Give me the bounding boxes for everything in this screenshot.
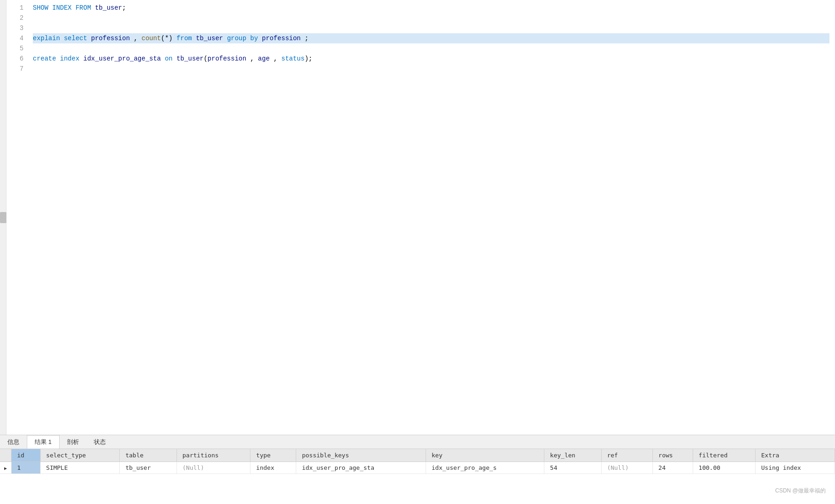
table-cell: (Null) xyxy=(601,462,652,474)
sidebar-handle[interactable] xyxy=(0,0,6,435)
table-cell: 54 xyxy=(544,462,601,474)
table-cell: tb_user xyxy=(120,462,177,474)
code-line xyxy=(33,13,829,23)
tab-item[interactable]: 信息 xyxy=(0,435,27,449)
table-cell: (Null) xyxy=(177,462,250,474)
table-column-header[interactable]: type xyxy=(250,449,296,462)
code-line: create index idx_user_pro_age_sta on tb_… xyxy=(33,54,829,64)
line-number: 6 xyxy=(10,54,24,64)
table-cell: 1 xyxy=(12,462,41,474)
line-number: 3 xyxy=(10,23,24,33)
table-column-header[interactable]: key_len xyxy=(544,449,601,462)
table-cell: idx_user_pro_age_s xyxy=(426,462,544,474)
code-line: SHOW INDEX FROM tb_user; xyxy=(33,3,829,13)
table-row: ▶1SIMPLEtb_user(Null)indexidx_user_pro_a… xyxy=(0,462,835,474)
tab-item[interactable]: 剖析 xyxy=(60,435,86,449)
sidebar-handle-btn[interactable] xyxy=(0,212,6,223)
table-column-header[interactable]: table xyxy=(120,449,177,462)
line-number: 5 xyxy=(10,43,24,54)
bottom-tabs: 信息结果 1剖析状态 xyxy=(0,435,835,449)
table-column-header[interactable]: possible_keys xyxy=(296,449,426,462)
line-number: 2 xyxy=(10,13,24,23)
table-column-header[interactable]: partitions xyxy=(177,449,250,462)
table-cell: 24 xyxy=(652,462,693,474)
table-column-header[interactable]: filtered xyxy=(693,449,755,462)
table-column-header[interactable]: id xyxy=(12,449,41,462)
table-cell: Using index xyxy=(756,462,835,474)
code-line: explain select profession , count(*) fro… xyxy=(33,33,829,43)
line-number: 4 xyxy=(10,33,24,43)
table-cell: SIMPLE xyxy=(40,462,120,474)
table-column-header[interactable]: key xyxy=(426,449,544,462)
watermark: CSDN @做最幸福的 xyxy=(775,487,826,495)
line-number: 1 xyxy=(10,3,24,13)
code-line xyxy=(33,64,829,74)
table-cell: 100.00 xyxy=(693,462,755,474)
table-cell: index xyxy=(250,462,296,474)
row-arrow: ▶ xyxy=(0,462,12,474)
results-area: idselect_typetablepartitionstypepossible… xyxy=(0,449,835,504)
line-number: 7 xyxy=(10,64,24,74)
results-table: idselect_typetablepartitionstypepossible… xyxy=(0,449,835,474)
editor-wrapper: 1234567 SHOW INDEX FROM tb_user; explain… xyxy=(0,0,835,435)
code-line xyxy=(33,23,829,33)
table-column-header[interactable]: rows xyxy=(652,449,693,462)
table-column-header[interactable]: ref xyxy=(601,449,652,462)
line-numbers: 1234567 xyxy=(6,0,27,435)
table-column-header[interactable]: select_type xyxy=(40,449,120,462)
table-cell: idx_user_pro_age_sta xyxy=(296,462,426,474)
table-column-header[interactable]: Extra xyxy=(756,449,835,462)
tab-item[interactable]: 结果 1 xyxy=(27,435,60,449)
tab-item[interactable]: 状态 xyxy=(86,435,113,449)
col-arrow xyxy=(0,449,12,462)
editor-area: 1234567 SHOW INDEX FROM tb_user; explain… xyxy=(6,0,835,435)
code-line xyxy=(33,43,829,54)
code-content[interactable]: SHOW INDEX FROM tb_user; explain select … xyxy=(27,0,835,435)
